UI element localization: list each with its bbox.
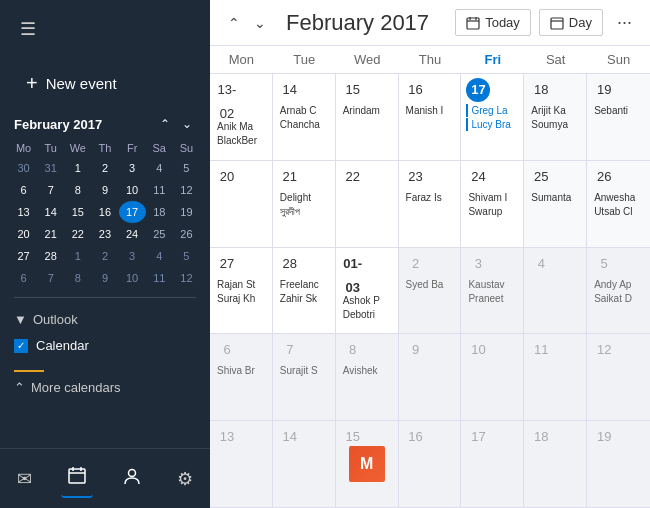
event-chip[interactable]: Greg La [466,104,518,117]
cal-cell-mar14[interactable]: 14 [273,421,336,507]
outlook-header[interactable]: ▼ Outlook [14,312,196,327]
cal-cell-mar11[interactable]: 11 [524,334,587,420]
cal-cell-feb14[interactable]: 14 Arnab C Chancha [273,74,336,160]
mini-cal-day[interactable]: 30 [10,157,37,179]
mini-cal-day[interactable]: 3 [119,157,146,179]
mail-nav-button[interactable]: ✉ [11,459,38,498]
mini-cal-day[interactable]: 23 [91,223,118,245]
cal-cell-feb20[interactable]: 20 [210,161,273,247]
cal-cell-feb16[interactable]: 16 Manish I [399,74,462,160]
mini-cal-day[interactable]: 6 [10,267,37,289]
event-chip[interactable]: Ashok P [341,294,393,307]
mini-cal-next-button[interactable]: ⌄ [178,115,196,133]
cal-cell-mar12[interactable]: 12 [587,334,650,420]
mini-cal-day[interactable]: 28 [37,245,64,267]
mini-cal-day[interactable]: 26 [173,223,200,245]
mini-cal-day[interactable]: 11 [146,179,173,201]
cal-cell-mar05[interactable]: 5 Andy Ap Saikat D [587,248,650,334]
mini-cal-prev-button[interactable]: ⌃ [156,115,174,133]
mini-cal-day[interactable]: 5 [173,157,200,179]
cal-cell-feb25[interactable]: 25 Sumanta [524,161,587,247]
cal-cell-mar19[interactable]: 19 [587,421,650,507]
cal-cell-feb22[interactable]: 22 [336,161,399,247]
mini-cal-day[interactable]: 8 [64,179,91,201]
cal-cell-mar16[interactable]: 16 [399,421,462,507]
mini-cal-day[interactable]: 11 [146,267,173,289]
more-options-button[interactable]: ··· [611,8,638,37]
event-chip[interactable]: Anik Ma [215,120,267,133]
cal-cell-mar07[interactable]: 7 Surajit S [273,334,336,420]
mini-cal-day[interactable]: 9 [91,179,118,201]
event-chip[interactable]: Manish I [404,104,456,117]
cal-cell-feb23[interactable]: 23 Faraz Is [399,161,462,247]
cal-cell-mar04[interactable]: 4 [524,248,587,334]
event-chip[interactable]: Utsab Cl [592,205,645,218]
mini-cal-day[interactable]: 12 [173,267,200,289]
cal-prev-button[interactable]: ⌃ [222,11,246,35]
event-chip[interactable]: সুরদীপ [278,205,330,219]
event-chip[interactable]: Praneet [466,292,518,305]
people-nav-button[interactable] [116,459,148,498]
event-chip[interactable]: Arnab C [278,104,330,117]
event-chip[interactable]: Rajan St [215,278,267,291]
cal-cell-feb18[interactable]: 18 Arijit Ka Soumya [524,74,587,160]
event-chip[interactable]: Syed Ba [404,278,456,291]
event-chip[interactable]: Surajit S [278,364,330,377]
cal-cell-mar09[interactable]: 9 [399,334,462,420]
cal-cell-feb24[interactable]: 24 Shivam I Swarup [461,161,524,247]
mini-cal-day[interactable]: 24 [119,223,146,245]
mini-cal-day[interactable]: 16 [91,201,118,223]
event-chip[interactable]: Shiva Br [215,364,267,377]
mini-cal-day[interactable]: 17 [119,201,146,223]
mini-cal-day[interactable]: 2 [91,157,118,179]
cal-cell-mar13[interactable]: 13 [210,421,273,507]
event-chip[interactable]: Sumanta [529,191,581,204]
mini-cal-day[interactable]: 14 [37,201,64,223]
day-view-button[interactable]: Day [539,9,603,36]
event-chip[interactable]: Andy Ap [592,278,645,291]
cal-cell-mar15[interactable]: 15 M [336,421,399,507]
cal-next-button[interactable]: ⌄ [248,11,272,35]
today-button[interactable]: Today [455,9,531,36]
mini-cal-day[interactable]: 15 [64,201,91,223]
mini-cal-day[interactable]: 8 [64,267,91,289]
mini-cal-day[interactable]: 19 [173,201,200,223]
event-chip[interactable]: BlackBer [215,134,267,147]
new-event-button[interactable]: + New event [14,64,196,103]
mini-cal-day[interactable]: 31 [37,157,64,179]
cal-cell-feb19[interactable]: 19 Sebanti [587,74,650,160]
mini-cal-day[interactable]: 25 [146,223,173,245]
event-chip[interactable]: Lucy Bra [466,118,518,131]
cal-cell-feb21[interactable]: 21 Delight সুরদীপ [273,161,336,247]
event-chip[interactable]: Suraj Kh [215,292,267,305]
event-chip[interactable]: Swarup [466,205,518,218]
cal-cell-mar17[interactable]: 17 [461,421,524,507]
cal-cell-feb13[interactable]: 13-02 Anik Ma BlackBer [210,74,273,160]
event-chip[interactable]: Kaustav [466,278,518,291]
mini-cal-day[interactable]: 1 [64,157,91,179]
cal-cell-feb27[interactable]: 27 Rajan St Suraj Kh [210,248,273,334]
mini-cal-day[interactable]: 22 [64,223,91,245]
cal-cell-feb15[interactable]: 15 Arindam [336,74,399,160]
event-chip[interactable]: Arindam [341,104,393,117]
event-chip[interactable]: Sebanti [592,104,645,117]
event-chip[interactable]: Zahir Sk [278,292,330,305]
event-chip[interactable]: Delight [278,191,330,204]
mini-cal-day[interactable]: 13 [10,201,37,223]
event-chip[interactable]: Debotri [341,308,393,321]
mini-cal-day[interactable]: 18 [146,201,173,223]
mini-cal-day[interactable]: 2 [91,245,118,267]
settings-nav-button[interactable]: ⚙ [171,459,199,498]
cal-cell-mar02[interactable]: 2 Syed Ba [399,248,462,334]
hamburger-menu-button[interactable]: ☰ [14,12,42,46]
mini-cal-day[interactable]: 27 [10,245,37,267]
mini-cal-day[interactable]: 4 [146,157,173,179]
cal-cell-mar06[interactable]: 6 Shiva Br [210,334,273,420]
mini-cal-day[interactable]: 6 [10,179,37,201]
mini-cal-day[interactable]: 12 [173,179,200,201]
event-chip[interactable]: Shivam I [466,191,518,204]
event-chip[interactable]: Chancha [278,118,330,131]
cal-cell-mar08[interactable]: 8 Avishek [336,334,399,420]
event-chip[interactable]: Anwesha [592,191,645,204]
mini-cal-day[interactable]: 9 [91,267,118,289]
